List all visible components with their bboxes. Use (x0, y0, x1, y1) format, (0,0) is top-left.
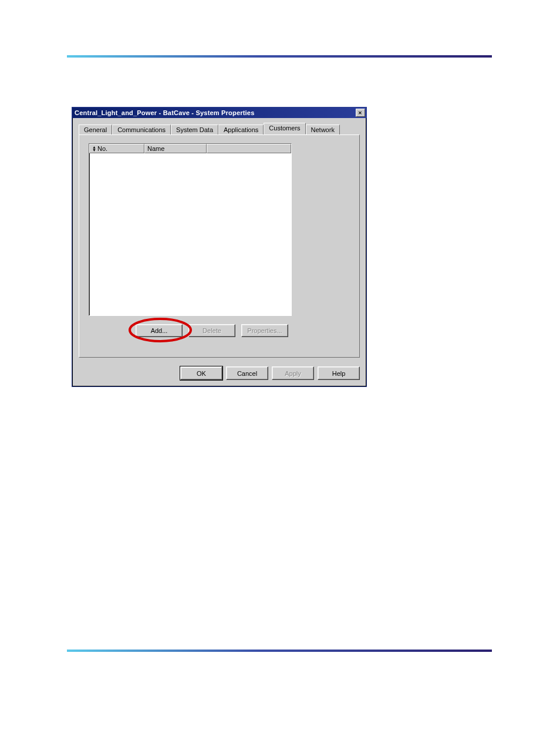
properties-button: Properties... (241, 324, 288, 337)
dialog-buttons: OK Cancel Apply Help (180, 366, 360, 380)
tab-panel-customers: No. Name Add... Delete Properties... (79, 134, 360, 358)
tab-general[interactable]: General (79, 124, 112, 135)
tab-strip: General Communications System Data Appli… (79, 123, 340, 134)
add-button[interactable]: Add... (136, 324, 183, 337)
column-header-blank[interactable] (207, 144, 291, 153)
titlebar[interactable]: Central_Light_and_Power - BatCave - Syst… (72, 107, 366, 118)
column-header-no-label: No. (97, 145, 107, 152)
tab-network[interactable]: Network (306, 124, 340, 135)
column-header-name-label: Name (147, 145, 164, 152)
tab-communications[interactable]: Communications (112, 124, 171, 135)
list-header: No. Name (89, 144, 291, 153)
cancel-button[interactable]: Cancel (226, 366, 268, 380)
tab-customers[interactable]: Customers (264, 123, 305, 134)
help-button[interactable]: Help (318, 366, 360, 380)
tab-applications[interactable]: Applications (218, 124, 264, 135)
client-area: General Communications System Data Appli… (73, 118, 366, 386)
tab-system-data[interactable]: System Data (171, 124, 218, 135)
system-properties-window: Central_Light_and_Power - BatCave - Syst… (72, 107, 367, 387)
delete-button: Delete (188, 324, 235, 337)
close-icon[interactable] (356, 109, 365, 117)
column-header-no[interactable]: No. (89, 144, 144, 153)
window-title: Central_Light_and_Power - BatCave - Syst… (75, 109, 355, 116)
sort-icon (92, 145, 96, 152)
panel-buttons: Add... Delete Properties... (136, 324, 288, 337)
top-divider (67, 55, 492, 58)
ok-button[interactable]: OK (180, 366, 222, 380)
column-header-name[interactable]: Name (144, 144, 207, 153)
bottom-divider (67, 650, 492, 652)
customers-list[interactable]: No. Name (89, 143, 292, 316)
apply-button: Apply (272, 366, 314, 380)
